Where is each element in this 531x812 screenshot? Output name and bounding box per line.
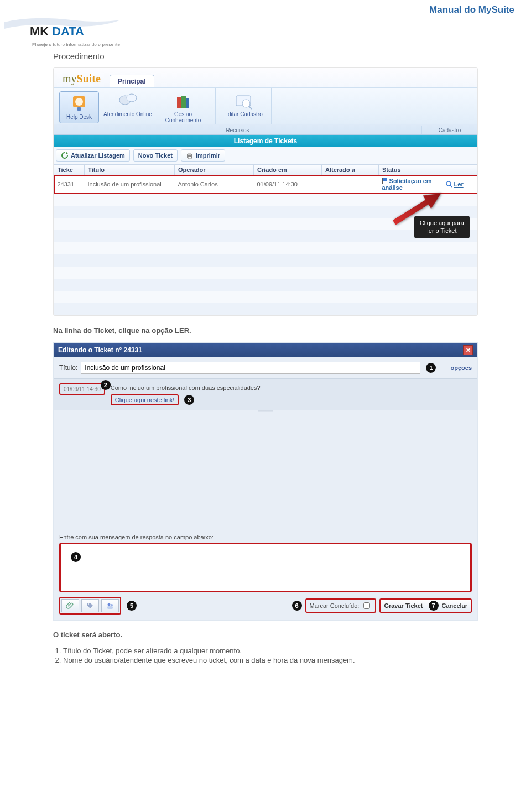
marker-1: 1 (426, 363, 436, 373)
marker-2: 2 (101, 380, 111, 390)
col-status[interactable]: Status (379, 165, 442, 175)
col-criado[interactable]: Criado em (254, 165, 322, 175)
marcar-label: Marcar Concluído: (310, 602, 360, 609)
marker-6: 6 (292, 601, 302, 611)
gestao-button[interactable]: Gestão Conhecimento (157, 91, 210, 123)
print-button[interactable]: Imprimir (181, 149, 225, 162)
new-ticket-button[interactable]: Novo Ticket (133, 149, 178, 162)
svg-point-20 (88, 603, 89, 605)
svg-point-22 (111, 604, 113, 606)
editar-cadastro-button[interactable]: Editar Cadastro (221, 91, 266, 117)
brand-logo: MK DATA Planeje o futuro informatizando … (4, 18, 531, 47)
magnifier-icon (446, 181, 452, 188)
users-button[interactable] (101, 599, 119, 612)
tooltip: Clique aqui para ler o Ticket (414, 216, 470, 238)
editor-title: Editando o Ticket n° 24331 (58, 346, 142, 354)
reply-field[interactable]: 4 (59, 543, 472, 592)
svg-rect-7 (177, 97, 181, 108)
gestao-label: Gestão Conhecimento (165, 111, 201, 123)
refresh-icon (61, 152, 69, 159)
concluido-checkbox[interactable] (363, 602, 370, 609)
svg-point-21 (108, 603, 111, 606)
svg-rect-15 (188, 157, 191, 159)
cell-titulo: Inclusão de um profissional (85, 175, 175, 194)
caption-1: Na linha do Ticket, clique na opção LER. (53, 326, 478, 335)
svg-line-12 (249, 106, 252, 109)
flag-icon (382, 178, 388, 184)
group-recursos: Recursos (54, 126, 422, 134)
cell-id: 24331 (54, 175, 85, 194)
print-label: Imprimir (196, 152, 220, 159)
refresh-button[interactable]: Atualizar Listagem (56, 149, 130, 162)
list-item: Nome do usuário/atendente que escreveu n… (63, 656, 478, 664)
opcoes-link[interactable]: opções (450, 365, 472, 371)
resize-handle-icon[interactable] (258, 410, 273, 412)
svg-text:DATA: DATA (52, 24, 84, 38)
svg-line-19 (450, 185, 452, 187)
table-row[interactable]: 24331 Inclusão de um profissional Antoni… (54, 175, 477, 194)
brand-tagline: Planeje o futuro informatizando o presen… (32, 42, 531, 47)
brand-mk: MK (30, 24, 49, 38)
tag-button[interactable] (81, 599, 99, 612)
ticket-table: Ticke Título Operador Criado em Alterado… (54, 164, 477, 194)
mysuite-logo: mySuite (57, 70, 106, 87)
titulo-label: Título: (59, 364, 77, 372)
col-ticket[interactable]: Ticke (54, 165, 85, 175)
svg-point-3 (75, 98, 83, 106)
refresh-label: Atualizar Listagem (71, 152, 125, 159)
screenshot-ticket-editor: Editando o Ticket n° 24331 ✕ Título: 1 o… (53, 342, 478, 621)
svg-point-18 (446, 181, 451, 186)
titulo-field[interactable] (81, 362, 420, 374)
users-icon (106, 602, 114, 610)
tag-icon (86, 602, 94, 610)
svg-point-11 (242, 100, 250, 107)
svg-rect-9 (186, 98, 189, 108)
message-link[interactable]: Clique aqui neste link! (111, 394, 179, 405)
cell-operador: Antonio Carlos (175, 175, 254, 194)
paperclip-icon (66, 602, 74, 610)
cell-status: Solicitação em análise (382, 178, 432, 191)
group-cadastro: Cadastro (422, 126, 477, 134)
svg-point-6 (127, 94, 137, 102)
atendimento-button[interactable]: Atendimento Online (102, 91, 153, 123)
caption-2: O ticket será aberto. (53, 631, 478, 639)
tab-principal[interactable]: Principal (110, 75, 154, 87)
listing-title: Listagem de Tickets (54, 135, 477, 147)
reply-label: Entre com sua mensagem de resposta no ca… (59, 534, 477, 540)
close-icon[interactable]: ✕ (463, 345, 473, 355)
help-desk-label: Help Desk (66, 114, 92, 120)
marker-4: 4 (71, 552, 81, 562)
explanation-list: Título do Ticket, pode ser alterado a qu… (53, 647, 478, 664)
page-title: Manual do MySuite (0, 4, 514, 15)
marker-3: 3 (184, 395, 194, 405)
svg-rect-23 (107, 606, 113, 609)
marker-7: 7 (429, 601, 439, 611)
cell-alterado (322, 175, 379, 194)
message-text: Como incluo um profissional com duas esp… (111, 384, 472, 391)
svg-rect-8 (181, 96, 186, 108)
brand-data: DATA (52, 24, 84, 38)
ler-link[interactable]: Ler (454, 181, 464, 188)
svg-text:MK: MK (30, 24, 49, 38)
svg-rect-4 (77, 107, 81, 111)
screenshot-ticket-listing: mySuite Principal Help Desk Atendimento … (53, 67, 478, 316)
atendimento-label: Atendimento Online (103, 111, 152, 117)
col-titulo[interactable]: Título (85, 165, 175, 175)
printer-icon (186, 152, 194, 159)
list-item: Título do Ticket, pode ser alterado a qu… (63, 647, 478, 655)
marker-5: 5 (127, 601, 137, 611)
svg-rect-17 (382, 178, 383, 184)
message-timestamp: 01/09/11 14:30 (59, 383, 105, 395)
section-heading: Procedimento (53, 51, 478, 61)
col-alterado[interactable]: Alterado a (322, 165, 379, 175)
col-operador[interactable]: Operador (175, 165, 254, 175)
help-desk-button[interactable]: Help Desk (59, 91, 99, 123)
cancelar-button[interactable]: Cancelar (442, 602, 467, 609)
attach-button[interactable] (61, 599, 79, 612)
marcar-concluido[interactable]: Marcar Concluído: (305, 598, 377, 613)
svg-rect-14 (188, 153, 191, 155)
editar-label: Editar Cadastro (224, 111, 262, 117)
gravar-button[interactable]: Gravar Ticket (384, 602, 423, 609)
cell-criado: 01/09/11 14:30 (254, 175, 322, 194)
